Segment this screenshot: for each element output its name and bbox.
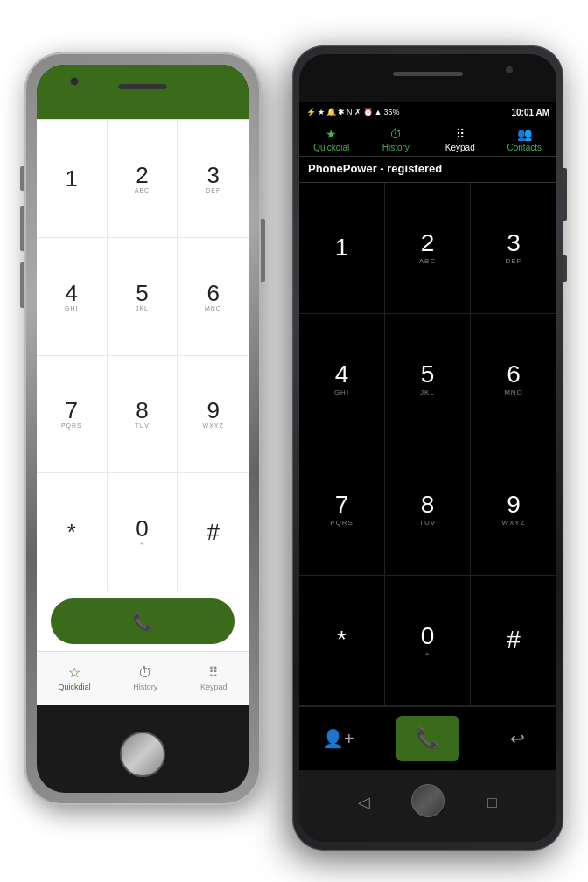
iphone-key-7[interactable]: 7PQRS xyxy=(37,356,108,474)
iphone-key-*[interactable]: * xyxy=(37,473,108,592)
nfc-icon: N xyxy=(346,108,353,116)
android-key-letters-3: GHI xyxy=(334,388,349,396)
iphone-inner: 12ABC3DEF4GHI5JKL6MNO7PQRS8TUV9WXYZ*0+# … xyxy=(37,65,248,793)
android-backspace-button[interactable]: ↩ xyxy=(499,719,537,758)
iphone-call-icon: 📞 xyxy=(132,611,154,632)
android-key-9[interactable]: 9WXYZ xyxy=(471,444,556,576)
android-key-letters-1: ABC xyxy=(419,257,436,265)
iphone-key-3[interactable]: 3DEF xyxy=(178,120,248,238)
mute-icon: ✗ xyxy=(354,108,361,116)
iphone-topbar xyxy=(37,65,248,119)
android-key-1[interactable]: 1 xyxy=(299,183,385,314)
contacts-people-icon: 👥 xyxy=(517,127,532,141)
iphone-key-num-9: * xyxy=(67,521,76,543)
android-action-row: 👤+ 📞 ↩ xyxy=(299,706,556,770)
iphone-key-2[interactable]: 2ABC xyxy=(108,120,178,238)
android-back-nav-button[interactable]: ◁ xyxy=(345,783,383,822)
iphone-key-1[interactable]: 1 xyxy=(37,120,108,238)
iphone-key-0[interactable]: 0+ xyxy=(108,473,178,592)
android-home-button[interactable] xyxy=(411,784,444,817)
iphone-key-8[interactable]: 8TUV xyxy=(108,356,178,474)
android-key-letters-2: DEF xyxy=(506,257,522,265)
iphone-tab-bar: ☆ Quickdial ⏱ History ⠿ Keypad xyxy=(37,651,248,705)
android-key-num-6: 7 xyxy=(335,492,349,519)
android-body: ⚡ ★ 🔔 ✱ N ✗ ⏰ ▲ 35% 10:01 AM xyxy=(292,46,564,850)
android-key-4[interactable]: 4GHI xyxy=(299,314,385,445)
iphone-body: 12ABC3DEF4GHI5JKL6MNO7PQRS8TUV9WXYZ*0+# … xyxy=(24,52,261,805)
iphone-tab-history[interactable]: ⏱ History xyxy=(133,665,158,691)
iphone-key-num-1: 2 xyxy=(136,164,148,186)
android-key-#[interactable]: # xyxy=(471,576,556,707)
android-device: ⚡ ★ 🔔 ✱ N ✗ ⏰ ▲ 35% 10:01 AM xyxy=(292,46,564,850)
alarm-icon: ⏰ xyxy=(363,108,373,116)
iphone-dialpad: 12ABC3DEF4GHI5JKL6MNO7PQRS8TUV9WXYZ*0+# xyxy=(37,119,248,592)
android-key-num-10: 0 xyxy=(421,623,435,650)
android-status-bar: ⚡ ★ 🔔 ✱ N ✗ ⏰ ▲ 35% 10:01 AM xyxy=(299,102,556,122)
android-header-title: PhonePower - registered xyxy=(308,162,548,175)
iphone-key-5[interactable]: 5JKL xyxy=(108,238,178,356)
iphone-key-num-0: 1 xyxy=(66,167,78,190)
iphone-key-6[interactable]: 6MNO xyxy=(178,238,248,356)
android-tab-bar: ★ Quickdial ⏱ History ⠿ Keypad 👥 xyxy=(299,122,556,157)
iphone-key-num-11: # xyxy=(206,521,219,543)
history-icon: ⏱ xyxy=(138,665,152,681)
iphone-tab-quickdial[interactable]: ☆ Quickdial xyxy=(58,664,90,691)
iphone-key-letters-7: TUV xyxy=(135,423,150,429)
notification-icon: ★ xyxy=(318,108,325,116)
android-recent-apps-button[interactable]: □ xyxy=(473,783,512,822)
battery-pct: 35% xyxy=(383,108,399,116)
iphone-vol-up-btn xyxy=(20,206,24,251)
quickdial-label: Quickdial xyxy=(58,682,90,691)
android-key-num-3: 4 xyxy=(335,361,349,388)
quickdial-tab-label: Quickdial xyxy=(313,143,349,152)
iphone-speaker xyxy=(119,84,167,89)
android-call-icon: 📞 xyxy=(416,727,439,750)
android-key-*[interactable]: * xyxy=(299,576,385,707)
iphone-key-num-10: 0 xyxy=(136,517,148,540)
iphone-vol-down-btn xyxy=(20,262,24,308)
iphone-key-num-7: 8 xyxy=(136,399,148,422)
iphone-tab-keypad[interactable]: ⠿ Keypad xyxy=(200,664,228,691)
iphone-call-button[interactable]: 📞 xyxy=(51,598,234,644)
android-add-contact-button[interactable]: 👤+ xyxy=(318,719,357,758)
android-tab-contacts[interactable]: 👥 Contacts xyxy=(493,122,557,156)
android-key-2[interactable]: 2ABC xyxy=(385,183,471,314)
iphone-silent-btn xyxy=(20,166,24,191)
android-key-num-11: # xyxy=(507,626,521,654)
android-key-0[interactable]: 0+ xyxy=(385,576,471,707)
history-clock-icon: ⏱ xyxy=(389,127,402,141)
android-key-6[interactable]: 6MNO xyxy=(471,314,556,445)
bt-icon: ✱ xyxy=(338,108,345,116)
android-key-num-8: 9 xyxy=(507,492,521,519)
android-tab-quickdial[interactable]: ★ Quickdial xyxy=(299,122,364,156)
android-key-num-7: 8 xyxy=(421,492,435,519)
iphone-key-#[interactable]: # xyxy=(178,473,248,592)
android-key-3[interactable]: 3DEF xyxy=(471,183,556,314)
android-key-num-9: * xyxy=(337,626,346,654)
iphone-key-letters-3: GHI xyxy=(65,305,78,312)
quickdial-star-icon: ★ xyxy=(326,127,337,141)
android-key-7[interactable]: 7PQRS xyxy=(299,444,385,576)
android-key-5[interactable]: 5JKL xyxy=(385,314,471,445)
iphone-key-num-4: 5 xyxy=(136,282,148,304)
android-key-num-4: 5 xyxy=(421,361,435,388)
iphone-key-4[interactable]: 4GHI xyxy=(37,238,108,356)
iphone-home-button[interactable] xyxy=(120,732,165,777)
backspace-icon: ↩ xyxy=(510,728,525,749)
keypad-grid-icon: ⠿ xyxy=(456,127,465,141)
keypad-icon: ⠿ xyxy=(208,664,219,681)
android-screen: ⚡ ★ 🔔 ✱ N ✗ ⏰ ▲ 35% 10:01 AM xyxy=(299,102,556,770)
iphone-key-letters-4: JKL xyxy=(136,305,149,312)
android-camera xyxy=(506,66,513,74)
iphone-key-letters-1: ABC xyxy=(135,187,150,193)
iphone-key-9[interactable]: 9WXYZ xyxy=(178,356,248,474)
iphone-key-letters-8: WXYZ xyxy=(203,423,224,429)
android-key-8[interactable]: 8TUV xyxy=(385,444,471,576)
android-key-letters-8: WXYZ xyxy=(501,519,525,527)
android-tab-history[interactable]: ⏱ History xyxy=(364,122,429,156)
android-call-button[interactable]: 📞 xyxy=(396,716,459,761)
android-tab-keypad[interactable]: ⠿ Keypad xyxy=(428,122,493,156)
iphone-key-letters-6: PQRS xyxy=(61,423,82,429)
contacts-tab-label: Contacts xyxy=(508,143,542,152)
history-label: History xyxy=(133,682,158,691)
